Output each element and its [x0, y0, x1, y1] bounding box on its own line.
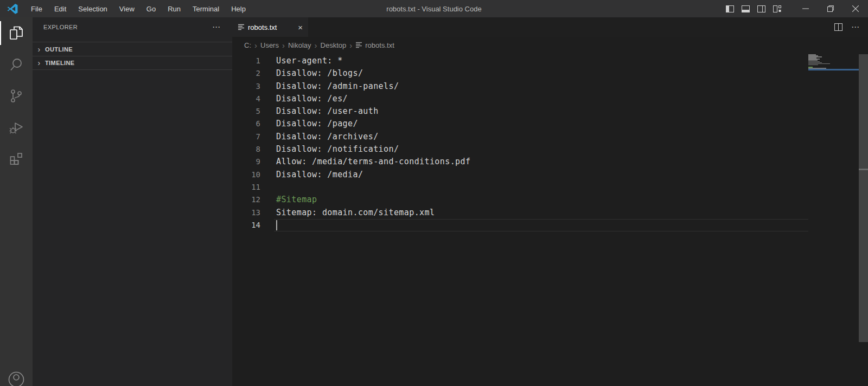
sidebar-section-label: OUTLINE — [45, 46, 73, 53]
line-text: Disallow: /page/ — [260, 118, 358, 130]
chevron-right-icon: › — [315, 41, 317, 50]
breadcrumb-item[interactable]: Users — [260, 41, 279, 49]
line-number: 1 — [232, 55, 260, 67]
activity-bar — [0, 17, 33, 386]
explorer-icon[interactable] — [0, 17, 33, 49]
line-text: Disallow: /es/ — [260, 93, 348, 105]
toggle-secondary-sidebar-icon[interactable] — [757, 5, 765, 12]
sidebar-section-label: TIMELINE — [45, 60, 75, 66]
sidebar-title: EXPLORER — [43, 24, 78, 30]
split-editor-icon[interactable] — [834, 23, 843, 31]
line-number: 9 — [232, 156, 260, 168]
minimize-button[interactable] — [793, 0, 818, 17]
source-control-icon[interactable] — [0, 80, 33, 112]
line-number: 11 — [232, 181, 260, 194]
restore-button[interactable] — [818, 0, 843, 17]
minimap-current-line — [808, 69, 859, 70]
text-cursor — [276, 220, 277, 230]
breadcrumb-file[interactable]: robots.txt — [355, 41, 394, 49]
sidebar-section-timeline[interactable]: ›TIMELINE — [33, 56, 232, 70]
code-line-8[interactable]: 8Disallow: /notification/ — [232, 143, 808, 156]
editor-group: robots.txt × ⋯ C:›Users›Nikolay›Desktop›… — [232, 17, 868, 386]
line-text: User-agent: * — [260, 55, 343, 67]
editor-actions: ⋯ — [834, 17, 868, 37]
line-text: Sitemap: domain.com/sitemap.xml — [260, 207, 435, 219]
toggle-sidebar-icon[interactable] — [726, 5, 734, 12]
breadcrumb-file-label: robots.txt — [365, 41, 394, 49]
line-text: #Sitemap — [260, 194, 317, 206]
text-file-icon — [355, 41, 362, 49]
line-number: 6 — [232, 118, 260, 130]
line-text: Allow: /media/terms-and-conditions.pdf — [260, 156, 470, 168]
menu-edit[interactable]: Edit — [49, 3, 71, 15]
code-line-12[interactable]: 12#Sitemap — [232, 194, 808, 206]
code-line-11[interactable]: 11 — [232, 181, 808, 194]
search-icon[interactable] — [0, 49, 33, 80]
sidebar-section-outline[interactable]: ›OUTLINE — [33, 42, 232, 56]
line-text: Disallow: /archives/ — [260, 131, 379, 143]
editor-pane[interactable]: 1User-agent: *2Disallow: /blogs/3Disallo… — [232, 53, 868, 386]
vertical-scrollbar[interactable] — [859, 53, 868, 386]
explorer-sidebar: EXPLORER ⋯ ›OUTLINE›TIMELINE — [33, 17, 232, 386]
menu-run[interactable]: Run — [163, 3, 186, 15]
code-line-2[interactable]: 2Disallow: /blogs/ — [232, 67, 808, 80]
line-number: 12 — [232, 194, 260, 206]
line-number: 4 — [232, 93, 260, 105]
account-icon[interactable] — [0, 369, 33, 386]
code-line-6[interactable]: 6Disallow: /page/ — [232, 118, 808, 130]
chevron-right-icon: › — [35, 59, 43, 67]
chevron-right-icon: › — [349, 41, 352, 50]
line-number: 8 — [232, 143, 260, 156]
tab-label: robots.txt — [248, 23, 277, 31]
line-text: Disallow: /admin-panels/ — [260, 80, 399, 93]
code-line-7[interactable]: 7Disallow: /archives/ — [232, 131, 808, 143]
code-line-5[interactable]: 5Disallow: /user-auth — [232, 105, 808, 118]
code-line-13[interactable]: 13Sitemap: domain.com/sitemap.xml — [232, 207, 808, 219]
line-text: Disallow: /user-auth — [260, 105, 379, 118]
customize-layout-icon[interactable] — [773, 5, 781, 12]
chevron-right-icon: › — [254, 41, 257, 50]
code-line-4[interactable]: 4Disallow: /es/ — [232, 93, 808, 105]
breadcrumb-item[interactable]: Desktop — [321, 41, 347, 49]
code-line-14[interactable]: 14 — [232, 219, 808, 231]
breadcrumb-item[interactable]: Nikolay — [288, 41, 311, 49]
current-line-highlight — [274, 219, 808, 231]
menu-bar: FileEditSelectionViewGoRunTerminalHelp — [26, 3, 251, 15]
sidebar-more-actions-icon[interactable]: ⋯ — [212, 22, 221, 32]
line-number: 2 — [232, 67, 260, 80]
tab-robots-txt[interactable]: robots.txt × — [232, 17, 308, 37]
menu-help[interactable]: Help — [226, 3, 251, 15]
menu-terminal[interactable]: Terminal — [188, 3, 224, 15]
line-text — [260, 181, 276, 194]
tab-close-icon[interactable]: × — [298, 23, 303, 31]
line-number: 5 — [232, 105, 260, 118]
code-line-10[interactable]: 10Disallow: /media/ — [232, 169, 808, 181]
vscode-logo-icon — [7, 3, 18, 15]
menu-view[interactable]: View — [114, 3, 139, 15]
overview-ruler-cursor-marker — [859, 169, 868, 170]
breadcrumb-item[interactable]: C: — [244, 41, 251, 49]
text-file-icon — [238, 23, 245, 31]
code-line-1[interactable]: 1User-agent: * — [232, 55, 808, 67]
code-line-3[interactable]: 3Disallow: /admin-panels/ — [232, 80, 808, 93]
breadcrumb: C:›Users›Nikolay›Desktop›robots.txt — [232, 37, 868, 53]
line-number: 13 — [232, 207, 260, 219]
menu-go[interactable]: Go — [142, 3, 161, 15]
scrollbar-thumb[interactable] — [859, 54, 868, 342]
chevron-right-icon: › — [35, 45, 43, 54]
titlebar: FileEditSelectionViewGoRunTerminalHelp r… — [0, 0, 868, 17]
line-text: Disallow: /blogs/ — [260, 67, 363, 80]
line-number: 14 — [232, 219, 260, 231]
chevron-right-icon: › — [282, 41, 285, 50]
code-line-9[interactable]: 9Allow: /media/terms-and-conditions.pdf — [232, 156, 808, 168]
close-window-button[interactable] — [843, 0, 868, 17]
tab-bar: robots.txt × ⋯ — [232, 17, 868, 37]
extensions-icon[interactable] — [0, 143, 33, 175]
run-debug-icon[interactable] — [0, 112, 33, 143]
toggle-panel-icon[interactable] — [742, 5, 750, 12]
menu-file[interactable]: File — [26, 3, 47, 15]
editor-more-actions-icon[interactable]: ⋯ — [851, 22, 860, 32]
line-number: 10 — [232, 169, 260, 181]
menu-selection[interactable]: Selection — [73, 3, 112, 15]
minimap[interactable] — [808, 54, 859, 70]
